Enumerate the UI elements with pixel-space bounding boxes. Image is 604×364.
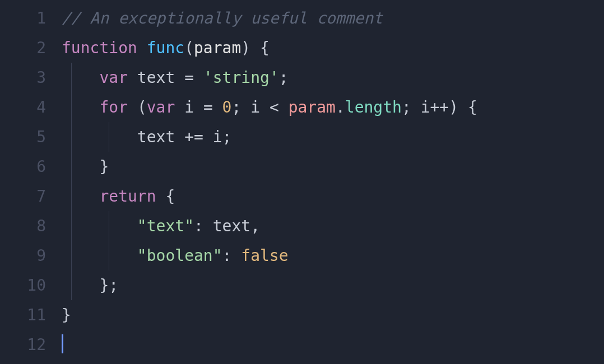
line-number: 5	[0, 122, 62, 152]
token: i	[241, 98, 270, 116]
token	[194, 68, 203, 87]
token: func	[147, 39, 184, 57]
token: text	[128, 68, 184, 87]
token	[213, 98, 222, 116]
line-number: 2	[0, 33, 62, 63]
code-content[interactable]: "text": text,	[62, 211, 604, 241]
indent-guide	[71, 92, 72, 122]
token: (	[137, 98, 147, 116]
code-line[interactable]: 2function func(param) {	[0, 33, 604, 63]
indent-guide	[71, 122, 72, 152]
line-number: 6	[0, 152, 62, 181]
token: i	[411, 98, 430, 116]
line-number: 7	[0, 181, 62, 211]
code-content[interactable]	[62, 330, 604, 360]
token: i	[203, 128, 222, 146]
line-number: 11	[0, 300, 62, 330]
code-line[interactable]: 4 for (var i = 0; i < param.length; i++)…	[0, 92, 604, 122]
line-number: 1	[0, 3, 62, 33]
indent-guide	[71, 211, 72, 241]
token	[156, 187, 166, 206]
token: param	[194, 39, 241, 57]
token: ;	[279, 68, 289, 87]
token: 0	[222, 98, 232, 116]
token: )	[449, 98, 458, 116]
code-line[interactable]: 1// An exceptionally useful comment	[0, 3, 604, 33]
code-content[interactable]: }	[62, 300, 604, 330]
line-number: 8	[0, 211, 62, 241]
code-editor[interactable]: 1// An exceptionally useful comment2func…	[0, 0, 604, 360]
indent-guide	[71, 181, 72, 211]
token	[62, 276, 99, 295]
token: .	[336, 98, 345, 116]
code-content[interactable]: function func(param) {	[62, 33, 604, 63]
indent-guide	[109, 241, 109, 270]
token	[250, 39, 260, 57]
code-content[interactable]: // An exceptionally useful comment	[62, 3, 604, 33]
code-line[interactable]: 8 "text": text,	[0, 211, 604, 241]
indent-guide	[71, 63, 72, 92]
token: param	[289, 98, 336, 116]
token: {	[468, 98, 477, 116]
code-content[interactable]: }	[62, 152, 604, 181]
token	[62, 157, 99, 176]
token: return	[99, 187, 156, 206]
code-content[interactable]: return {	[62, 181, 604, 211]
line-number: 12	[0, 330, 62, 360]
indent-guide	[71, 152, 72, 181]
code-line[interactable]: 10 };	[0, 270, 604, 300]
line-number: 10	[0, 270, 62, 300]
code-line[interactable]: 11}	[0, 300, 604, 330]
indent-guide	[71, 241, 72, 270]
token: ++	[430, 98, 449, 116]
line-number: 9	[0, 241, 62, 270]
token: }	[99, 157, 109, 176]
code-line[interactable]: 6 }	[0, 152, 604, 181]
code-content[interactable]: };	[62, 270, 604, 300]
indent-guide	[109, 122, 109, 152]
token: <	[270, 98, 279, 116]
code-content[interactable]: "boolean": false	[62, 241, 604, 270]
line-number: 4	[0, 92, 62, 122]
code-line[interactable]: 5 text += i;	[0, 122, 604, 152]
token: false	[241, 246, 288, 265]
token: var	[147, 98, 175, 116]
token: "boolean"	[137, 246, 222, 265]
code-line[interactable]: 12	[0, 330, 604, 360]
token: +=	[184, 128, 203, 146]
token: :	[222, 246, 232, 265]
token: ;	[109, 276, 118, 295]
code-line[interactable]: 7 return {	[0, 181, 604, 211]
code-line[interactable]: 9 "boolean": false	[0, 241, 604, 270]
token: 'string'	[203, 68, 279, 87]
token	[62, 246, 137, 265]
code-content[interactable]: text += i;	[62, 122, 604, 152]
token: var	[99, 68, 128, 87]
token: "text"	[137, 217, 194, 235]
token: function	[62, 39, 137, 57]
token: length	[345, 98, 402, 116]
token: (	[184, 39, 194, 57]
token	[137, 39, 147, 57]
token: // An exceptionally useful comment	[62, 9, 383, 27]
token: :	[194, 217, 203, 235]
token: }	[99, 276, 109, 295]
token	[62, 68, 99, 87]
token: }	[62, 306, 71, 324]
token: {	[260, 39, 270, 57]
token: i	[175, 98, 203, 116]
code-content[interactable]: var text = 'string';	[62, 63, 604, 92]
token: )	[241, 39, 250, 57]
token: text	[203, 217, 250, 235]
indent-guide	[109, 211, 109, 241]
token: for	[99, 98, 128, 116]
line-number: 3	[0, 63, 62, 92]
token	[62, 217, 137, 235]
token	[62, 98, 99, 116]
token: ,	[250, 217, 260, 235]
code-line[interactable]: 3 var text = 'string';	[0, 63, 604, 92]
token: ;	[231, 98, 241, 116]
token	[279, 98, 289, 116]
code-content[interactable]: for (var i = 0; i < param.length; i++) {	[62, 92, 604, 122]
token	[458, 98, 468, 116]
